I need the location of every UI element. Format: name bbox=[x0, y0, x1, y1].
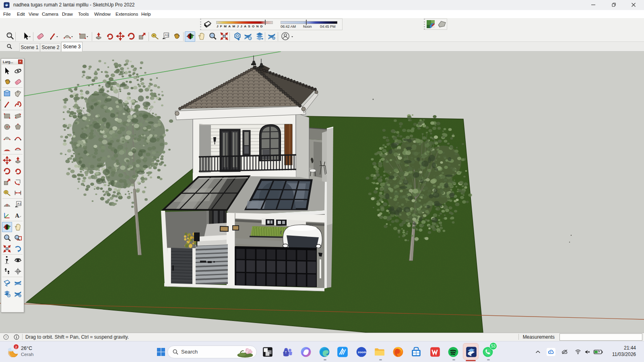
svg-text:?: ? bbox=[5, 335, 7, 339]
svg-text:T: T bbox=[285, 350, 287, 354]
svg-text:A: A bbox=[15, 213, 20, 219]
svg-text:A1: A1 bbox=[165, 33, 169, 37]
svg-text:zoom: zoom bbox=[358, 350, 366, 354]
svg-text:A1: A1 bbox=[17, 202, 21, 206]
